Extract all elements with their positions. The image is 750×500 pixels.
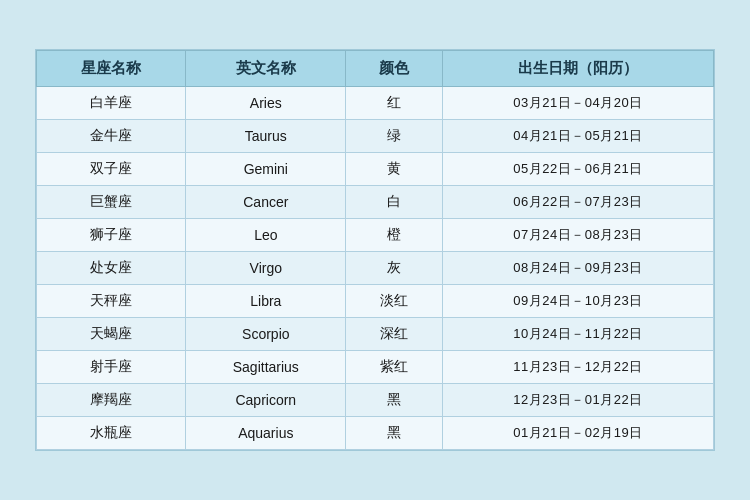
table-header-row: 星座名称 英文名称 颜色 出生日期（阳历） [37, 51, 714, 87]
table-row: 射手座Sagittarius紫红11月23日－12月22日 [37, 351, 714, 384]
table-row: 巨蟹座Cancer白06月22日－07月23日 [37, 186, 714, 219]
cell-zh-name: 天蝎座 [37, 318, 186, 351]
table-row: 天秤座Libra淡红09月24日－10月23日 [37, 285, 714, 318]
cell-dates: 09月24日－10月23日 [442, 285, 713, 318]
cell-zh-name: 处女座 [37, 252, 186, 285]
cell-dates: 03月21日－04月20日 [442, 87, 713, 120]
cell-zh-name: 金牛座 [37, 120, 186, 153]
zodiac-table: 星座名称 英文名称 颜色 出生日期（阳历） 白羊座Aries红03月21日－04… [36, 50, 714, 450]
cell-en-name: Aquarius [186, 417, 346, 450]
table-row: 水瓶座Aquarius黑01月21日－02月19日 [37, 417, 714, 450]
table-row: 摩羯座Capricorn黑12月23日－01月22日 [37, 384, 714, 417]
cell-en-name: Libra [186, 285, 346, 318]
header-color: 颜色 [346, 51, 443, 87]
header-dates: 出生日期（阳历） [442, 51, 713, 87]
cell-dates: 01月21日－02月19日 [442, 417, 713, 450]
cell-color: 橙 [346, 219, 443, 252]
cell-color: 深红 [346, 318, 443, 351]
cell-dates: 04月21日－05月21日 [442, 120, 713, 153]
cell-en-name: Aries [186, 87, 346, 120]
cell-dates: 10月24日－11月22日 [442, 318, 713, 351]
header-zh-name: 星座名称 [37, 51, 186, 87]
cell-dates: 08月24日－09月23日 [442, 252, 713, 285]
cell-dates: 11月23日－12月22日 [442, 351, 713, 384]
cell-en-name: Taurus [186, 120, 346, 153]
cell-zh-name: 巨蟹座 [37, 186, 186, 219]
cell-en-name: Cancer [186, 186, 346, 219]
cell-zh-name: 射手座 [37, 351, 186, 384]
table-row: 双子座Gemini黄05月22日－06月21日 [37, 153, 714, 186]
cell-color: 黑 [346, 417, 443, 450]
cell-color: 紫红 [346, 351, 443, 384]
cell-zh-name: 天秤座 [37, 285, 186, 318]
cell-color: 白 [346, 186, 443, 219]
cell-zh-name: 狮子座 [37, 219, 186, 252]
cell-color: 黑 [346, 384, 443, 417]
table-row: 狮子座Leo橙07月24日－08月23日 [37, 219, 714, 252]
cell-dates: 07月24日－08月23日 [442, 219, 713, 252]
cell-en-name: Capricorn [186, 384, 346, 417]
cell-en-name: Scorpio [186, 318, 346, 351]
cell-dates: 05月22日－06月21日 [442, 153, 713, 186]
table-row: 金牛座Taurus绿04月21日－05月21日 [37, 120, 714, 153]
header-en-name: 英文名称 [186, 51, 346, 87]
cell-color: 黄 [346, 153, 443, 186]
cell-en-name: Gemini [186, 153, 346, 186]
cell-dates: 06月22日－07月23日 [442, 186, 713, 219]
cell-color: 淡红 [346, 285, 443, 318]
table-row: 处女座Virgo灰08月24日－09月23日 [37, 252, 714, 285]
cell-zh-name: 水瓶座 [37, 417, 186, 450]
zodiac-table-container: 星座名称 英文名称 颜色 出生日期（阳历） 白羊座Aries红03月21日－04… [35, 49, 715, 451]
cell-color: 绿 [346, 120, 443, 153]
cell-zh-name: 摩羯座 [37, 384, 186, 417]
cell-en-name: Virgo [186, 252, 346, 285]
cell-dates: 12月23日－01月22日 [442, 384, 713, 417]
cell-color: 红 [346, 87, 443, 120]
cell-color: 灰 [346, 252, 443, 285]
cell-en-name: Sagittarius [186, 351, 346, 384]
table-row: 白羊座Aries红03月21日－04月20日 [37, 87, 714, 120]
cell-zh-name: 白羊座 [37, 87, 186, 120]
cell-zh-name: 双子座 [37, 153, 186, 186]
cell-en-name: Leo [186, 219, 346, 252]
table-row: 天蝎座Scorpio深红10月24日－11月22日 [37, 318, 714, 351]
